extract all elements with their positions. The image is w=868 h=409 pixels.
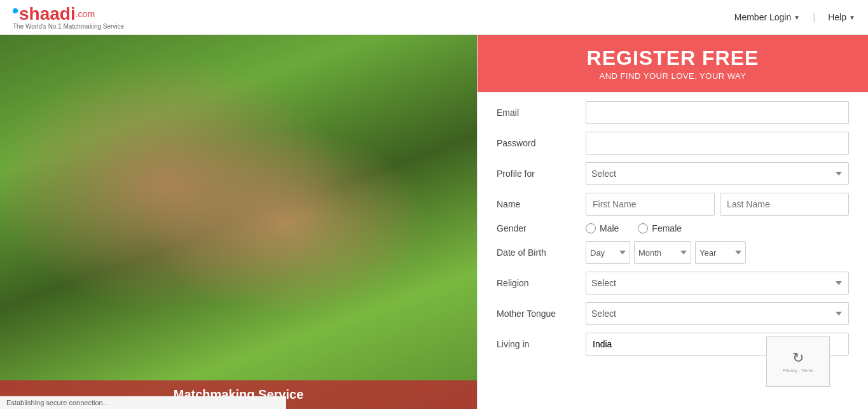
mother-tongue-control: Select HindiTamilTelugu KannadaMalayalam… [586,302,849,325]
password-control [586,132,849,155]
female-label: Female [652,223,682,233]
password-input[interactable] [586,132,849,155]
name-row: Name [497,193,849,216]
status-bar: Establishing secure connection... [0,396,286,409]
help-button[interactable]: Help ▼ [828,12,855,22]
gender-male-option[interactable]: Male [586,223,619,233]
logo-text: shaadi [19,5,76,23]
dob-month-select[interactable]: Month JanuaryFebruaryMarch AprilMayJune … [634,241,691,264]
recaptcha-box: ↻ Privacy - Terms [766,336,830,387]
email-control [586,101,849,124]
register-header: REGISTER FREE AND FIND YOUR LOVE, YOUR W… [478,35,868,92]
email-input[interactable] [586,101,849,124]
hero-couple-image [0,35,477,409]
religion-label: Religion [497,278,586,288]
member-login-caret: ▼ [794,14,800,21]
female-radio[interactable] [638,223,648,233]
gender-row: Gender Male Female [497,223,849,233]
profile-for-label: Profile for [497,169,586,179]
recaptcha-icon: ↻ [792,350,804,366]
member-login-button[interactable]: Member Login ▼ [734,12,800,22]
gender-label: Gender [497,223,586,233]
logo-tagline: The World's No.1 Matchmaking Service [13,23,124,30]
hero-image: Matchmaking Service [0,35,477,409]
mother-tongue-row: Mother Tongue Select HindiTamilTelugu Ka… [497,302,849,325]
password-label: Password [497,138,586,148]
logo-dot [13,8,18,13]
site-header: shaadi .com The World's No.1 Matchmaking… [0,0,868,35]
dob-label: Date of Birth [497,247,586,258]
name-label: Name [497,199,586,209]
gender-female-option[interactable]: Female [638,223,682,233]
religion-select[interactable]: Select HinduMuslimChristian SikhJainBudd… [586,272,849,295]
gender-options: Male Female [586,223,849,233]
dob-fields: Day for(let i=1;i<=31;i++) document.writ… [586,241,849,264]
nav-divider: | [813,11,815,23]
help-caret: ▼ [849,14,855,21]
living-in-label: Living in [497,339,586,349]
last-name-input[interactable] [720,193,849,216]
mother-tongue-select[interactable]: Select HindiTamilTelugu KannadaMalayalam… [586,302,849,325]
dob-row: Date of Birth Day for(let i=1;i<=31;i++)… [497,241,849,264]
email-label: Email [497,107,586,118]
logo-com: .com [76,10,95,18]
dob-day-select[interactable]: Day for(let i=1;i<=31;i++) document.writ… [586,241,630,264]
male-radio[interactable] [586,223,596,233]
mother-tongue-label: Mother Tongue [497,308,586,319]
password-row: Password [497,132,849,155]
logo-area: shaadi .com The World's No.1 Matchmaking… [13,5,124,30]
dob-year-select[interactable]: Year for(let y=2005;y>=1940;y--) documen… [695,241,746,264]
register-subtitle: AND FIND YOUR LOVE, YOUR WAY [490,71,855,81]
dob-control: Day for(let i=1;i<=31;i++) document.writ… [586,241,849,264]
name-fields [586,193,849,216]
first-name-input[interactable] [586,193,715,216]
status-text: Establishing secure connection... [6,399,109,406]
profile-for-select[interactable]: Select Myself Son Daughter Brother Siste… [586,162,849,185]
gender-control: Male Female [586,223,849,233]
male-label: Male [600,223,619,233]
header-nav: Member Login ▼ | Help ▼ [734,11,855,23]
registration-form: Email Password Profile for Select Myself… [478,92,868,372]
profile-for-row: Profile for Select Myself Son Daughter B… [497,162,849,185]
name-control [586,193,849,216]
profile-for-control: Select Myself Son Daughter Brother Siste… [586,162,849,185]
register-title: REGISTER FREE [490,46,855,70]
religion-control: Select HinduMuslimChristian SikhJainBudd… [586,272,849,295]
logo[interactable]: shaadi .com [13,5,124,23]
religion-row: Religion Select HinduMuslimChristian Sik… [497,272,849,295]
email-row: Email [497,101,849,124]
recaptcha-footer: Privacy - Terms [783,368,813,373]
